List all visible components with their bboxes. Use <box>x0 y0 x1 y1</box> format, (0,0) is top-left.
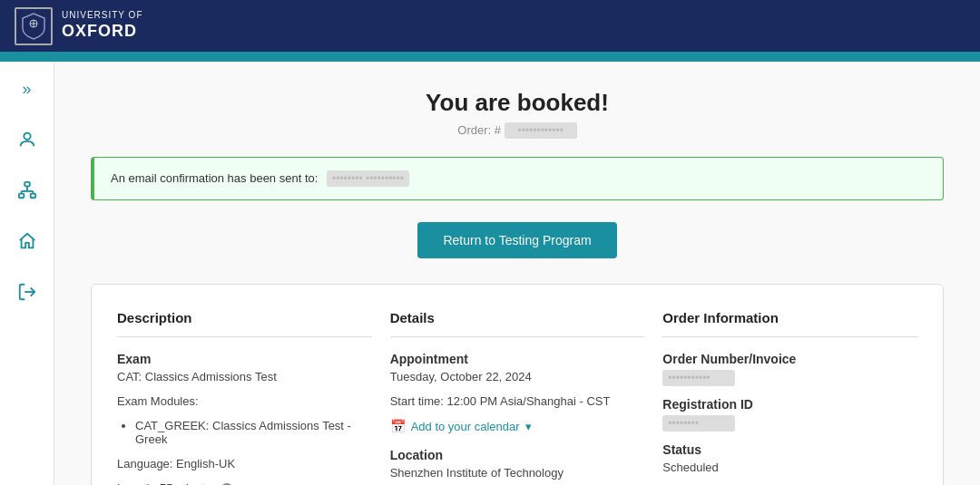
shield-icon <box>19 12 48 41</box>
details-column: Details Appointment Tuesday, October 22,… <box>390 310 645 485</box>
confirmation-text: An email confirmation has been sent to: <box>111 171 318 185</box>
status-value: Scheduled <box>662 461 917 474</box>
return-to-testing-button[interactable]: Return to Testing Program <box>417 222 616 258</box>
chevron-down-icon: ▾ <box>525 420 532 433</box>
svg-rect-6 <box>30 194 34 199</box>
location-name: Shenzhen Institute of Technology <box>390 466 645 480</box>
booking-card: Description Exam CAT: Classics Admission… <box>91 284 944 485</box>
sidebar-home-icon[interactable] <box>11 225 44 257</box>
reg-id-display: •••••••• <box>662 415 917 432</box>
logo-text: UNIVERSITY OF OXFORD <box>62 9 143 42</box>
order-number-value: •••••••••••• <box>505 122 577 139</box>
university-of-label: UNIVERSITY OF <box>62 9 143 21</box>
svg-point-3 <box>24 133 30 140</box>
details-col-header: Details <box>390 310 645 337</box>
order-info-col-header: Order Information <box>662 310 917 337</box>
modules-label: Exam Modules: <box>117 394 372 408</box>
description-col-header: Description <box>117 310 372 337</box>
sidebar-chevron-icon[interactable]: » <box>11 73 44 105</box>
order-number-blurred: ••••••••••• <box>662 370 735 386</box>
length-label: Length: <box>117 481 156 485</box>
language-label: Language: <box>117 457 172 470</box>
order-number: Order: # •••••••••••• <box>91 122 944 139</box>
return-btn-area: Return to Testing Program <box>91 222 944 258</box>
add-to-calendar-button[interactable]: 📅 Add to your calendar ▾ <box>390 419 532 433</box>
sidebar-logout-icon[interactable] <box>11 276 44 308</box>
appointment-label: Appointment <box>390 352 645 366</box>
length-value: 75 minutes <box>160 481 218 485</box>
top-nav-bar <box>0 54 980 62</box>
appointment-time: Start time: 12:00 PM Asia/Shanghai - CST <box>390 394 645 408</box>
order-label: Order: # <box>457 123 501 137</box>
logo-area: UNIVERSITY OF OXFORD <box>15 7 143 45</box>
confirmation-email: •••••••• •••••••••• <box>327 170 409 187</box>
calendar-label: Add to your calendar <box>411 420 520 433</box>
order-number-display: ••••••••••• <box>662 370 917 386</box>
reg-id-label: Registration ID <box>662 397 917 412</box>
module-item: CAT_GREEK: Classics Admissions Test - Gr… <box>135 419 372 446</box>
main-layout: » <box>0 62 980 485</box>
status-label: Status <box>662 442 917 457</box>
calendar-icon: 📅 <box>390 419 406 433</box>
modules-list: CAT_GREEK: Classics Admissions Test - Gr… <box>117 419 372 446</box>
header: UNIVERSITY OF OXFORD <box>0 0 980 54</box>
confirmation-banner: An email confirmation has been sent to: … <box>91 157 944 200</box>
page-title: You are booked! <box>91 89 944 117</box>
language-value: English-UK <box>176 457 235 470</box>
location-label: Location <box>390 448 645 462</box>
svg-rect-5 <box>18 194 24 199</box>
length: Length: 75 minutes i <box>117 481 372 485</box>
sidebar-user-icon[interactable] <box>11 123 44 156</box>
language: Language: English-UK <box>117 457 372 470</box>
main-content: You are booked! Order: # •••••••••••• An… <box>54 62 980 485</box>
order-number-label: Order Number/Invoice <box>662 352 917 366</box>
booking-grid: Description Exam CAT: Classics Admission… <box>117 310 917 485</box>
sidebar: » <box>0 62 54 485</box>
appointment-date: Tuesday, October 22, 2024 <box>390 370 645 383</box>
oxford-shield-logo <box>15 7 53 45</box>
sidebar-org-icon[interactable] <box>11 174 44 207</box>
exam-label: Exam <box>117 352 372 366</box>
exam-name: CAT: Classics Admissions Test <box>117 370 372 383</box>
description-column: Description Exam CAT: Classics Admission… <box>117 310 372 485</box>
order-info-column: Order Information Order Number/Invoice •… <box>662 310 917 485</box>
oxford-label: OXFORD <box>62 21 143 42</box>
svg-rect-4 <box>24 182 30 187</box>
reg-id-blurred: •••••••• <box>662 415 735 432</box>
